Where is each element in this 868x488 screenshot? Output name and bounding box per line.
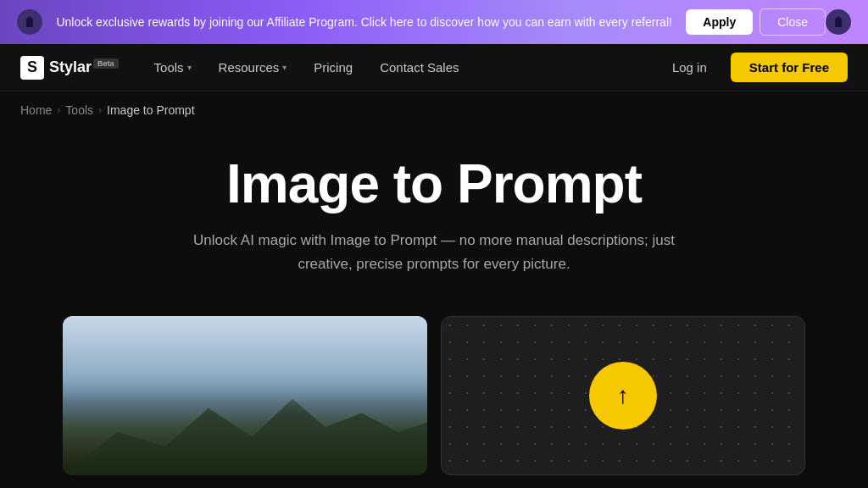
login-button[interactable]: Log in xyxy=(662,53,717,81)
hero-title: Image to Prompt xyxy=(20,154,848,214)
breadcrumb-current: Image to Prompt xyxy=(107,103,195,117)
breadcrumb-home[interactable]: Home xyxy=(20,103,52,117)
apply-button[interactable]: Apply xyxy=(686,9,753,35)
banner-right-icon xyxy=(826,9,851,35)
breadcrumb-tools[interactable]: Tools xyxy=(65,103,93,117)
banner-buttons: Apply Close xyxy=(686,8,826,36)
banner-text: Unlock exclusive rewards by joining our … xyxy=(42,15,686,29)
start-free-button[interactable]: Start for Free xyxy=(731,53,848,82)
nav-resources[interactable]: Resources ▾ xyxy=(207,53,299,81)
logo-link[interactable]: S StylarBeta xyxy=(20,56,119,80)
nav-pricing[interactable]: Pricing xyxy=(302,53,364,81)
logo-s: S xyxy=(27,58,37,76)
breadcrumb-chevron-2: › xyxy=(98,104,102,116)
nav-contact[interactable]: Contact Sales xyxy=(368,53,470,81)
close-banner-button[interactable]: Close xyxy=(760,8,826,36)
upload-card[interactable]: ↑ xyxy=(441,316,805,475)
hero-section: Image to Prompt Unlock AI magic with Ima… xyxy=(0,129,868,316)
tools-chevron-icon: ▾ xyxy=(187,63,192,72)
upload-button[interactable]: ↑ xyxy=(589,362,657,430)
upload-arrow-icon: ↑ xyxy=(617,384,629,408)
beta-badge: Beta xyxy=(93,58,119,69)
navbar: S StylarBeta Tools ▾ Resources ▾ Pricing… xyxy=(0,44,868,92)
affiliate-banner: Unlock exclusive rewards by joining our … xyxy=(0,0,868,44)
breadcrumb-chevron-1: › xyxy=(57,104,60,116)
nav-right: Log in Start for Free xyxy=(662,53,848,82)
nav-items: Tools ▾ Resources ▾ Pricing Contact Sale… xyxy=(142,53,662,81)
banner-left-icon xyxy=(17,9,42,35)
logo-icon: S xyxy=(20,56,44,80)
logo-text: StylarBeta xyxy=(49,58,119,76)
image-preview-card xyxy=(63,316,427,475)
hero-subtitle: Unlock AI magic with Image to Prompt — n… xyxy=(171,229,697,274)
nav-tools[interactable]: Tools ▾ xyxy=(142,53,203,81)
mountain-image xyxy=(63,316,427,475)
cards-area: ↑ xyxy=(0,316,868,475)
resources-chevron-icon: ▾ xyxy=(282,63,287,72)
breadcrumb: Home › Tools › Image to Prompt xyxy=(0,92,868,129)
